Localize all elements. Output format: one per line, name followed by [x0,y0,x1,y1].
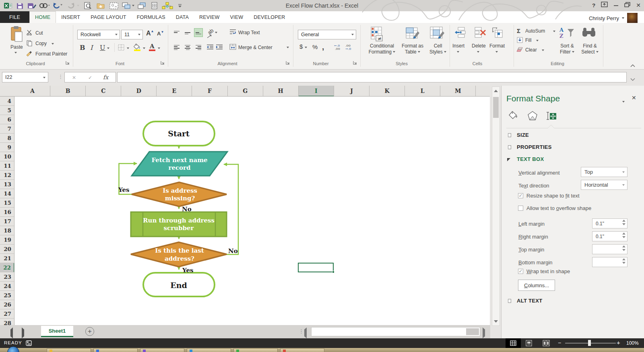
top-align-button[interactable] [172,28,181,37]
row-header-4[interactable]: 4 [0,97,14,106]
top-margin-spinbox[interactable] [592,244,627,254]
hscroll-left-arrow[interactable] [304,329,307,337]
column-header-E[interactable]: E [157,86,192,96]
page-break-view-button[interactable] [543,340,550,348]
row-header-12[interactable]: 12 [0,171,14,180]
row-header-13[interactable]: 13 [0,180,14,189]
left-margin-spinbox[interactable]: 0.1" [592,218,627,228]
sheet-nav-left-icon[interactable] [10,329,13,337]
row-header-5[interactable]: 5 [0,106,14,115]
textbox-expanded-icon[interactable] [507,158,510,161]
wrap-checkbox[interactable]: ✓ [518,269,523,274]
scroll-up-arrow[interactable] [492,87,500,95]
row-header-11[interactable]: 11 [0,161,14,171]
font-dialog-launcher[interactable] [161,61,165,66]
tab-insert[interactable]: INSERT [56,11,85,23]
new-sheet-button[interactable]: + [85,327,94,336]
column-header-D[interactable]: D [121,86,157,96]
taskbar-app-button-2[interactable] [93,348,138,352]
effects-tab-icon[interactable] [527,111,538,123]
enter-button[interactable]: ✓ [88,75,92,80]
row-header-15[interactable]: 15 [0,198,14,208]
minimize-button[interactable] [613,2,619,9]
underline-caret[interactable] [107,47,109,49]
vertical-scrollbar[interactable] [492,86,500,326]
section-size[interactable]: SIZE [517,132,529,138]
tab-review[interactable]: REVIEW [194,11,225,23]
normal-view-button[interactable] [506,338,521,348]
selected-cell[interactable] [298,263,334,272]
row-header-10[interactable]: 10 [0,152,14,161]
italic-button[interactable]: I [90,44,93,51]
row-header-21[interactable]: 21 [0,254,14,263]
align-center-button[interactable] [183,43,192,52]
tab-data[interactable]: DATA [171,11,194,23]
vertical-alignment-dropdown[interactable]: Top [581,167,627,177]
tab-view[interactable]: VIEW [225,11,249,23]
close-button[interactable]: ✕ [636,2,641,8]
increase-indent-button[interactable] [216,44,223,51]
sheet-nav-right-icon[interactable] [22,329,24,337]
collapse-ribbon-button[interactable] [630,62,635,69]
section-properties[interactable]: PROPERTIES [517,144,552,150]
percent-style-button[interactable]: % [312,43,318,50]
taskbar-app-button-6[interactable] [280,348,324,352]
row-header-8[interactable]: 8 [0,134,14,143]
row-header-23[interactable]: 23 [0,272,14,282]
tab-home[interactable]: HOME [29,11,56,23]
row-header-26[interactable]: 26 [0,300,14,309]
bold-button[interactable]: B [80,44,85,51]
row-header-9[interactable]: 9 [0,143,14,152]
font-name-combobox[interactable]: Rockwell [77,30,120,39]
taskbar-app-button-3[interactable] [140,348,184,352]
zoom-slider-thumb[interactable] [588,340,591,346]
hscroll-right-arrow[interactable] [483,329,485,337]
grid-body[interactable]: Start Fetch next name record Is address … [15,97,490,325]
column-header-K[interactable]: K [369,86,405,96]
taskbar-app-button-4[interactable] [187,348,231,352]
column-header-J[interactable]: J [334,86,369,96]
column-header-L[interactable]: L [405,86,440,96]
column-header-F[interactable]: F [192,86,228,96]
account-area[interactable]: Christy Perry [589,13,638,23]
row-header-27[interactable]: 27 [0,309,14,319]
column-header-B[interactable]: B [50,86,86,96]
number-format-combobox[interactable]: General [298,30,356,39]
middle-align-button[interactable] [183,28,192,37]
tab-file[interactable]: FILE [0,11,29,23]
tabbar-splitter[interactable]: ⋮ [299,328,304,334]
section-text-box[interactable]: TEXT BOX [517,156,544,162]
zoom-in-button[interactable]: + [617,339,620,346]
column-header-M[interactable]: M [440,86,476,96]
size-properties-tab-icon[interactable] [546,111,557,123]
row-header-28[interactable]: 28 [0,319,14,325]
tab-developer[interactable]: DEVELOPER [248,11,290,23]
flowchart-missing-node[interactable] [132,182,227,206]
align-left-button[interactable] [172,43,181,52]
increase-font-size-button[interactable]: A▲ [146,29,154,37]
alignment-dialog-launcher[interactable] [286,61,291,66]
number-dialog-launcher[interactable] [353,61,358,66]
row-header-6[interactable]: 6 [0,115,14,124]
row-header-25[interactable]: 25 [0,291,14,300]
decrease-decimal-button[interactable]: .00→.0 [345,43,354,51]
bottom-align-button[interactable] [194,28,203,37]
properties-chevron-icon[interactable] [508,146,511,149]
resize-checkbox[interactable]: ✓ [518,193,523,198]
size-chevron-icon[interactable] [508,134,511,137]
row-header-16[interactable]: 16 [0,208,14,217]
bottom-margin-spinbox[interactable] [592,257,627,267]
decrease-font-size-button[interactable]: A▼ [157,30,164,37]
column-header-G[interactable]: G [228,86,263,96]
overflow-checkbox[interactable] [518,206,523,211]
column-header-A[interactable]: A [15,86,50,96]
restore-button[interactable] [624,2,630,9]
section-alt-text[interactable]: ALT TEXT [517,298,543,304]
row-header-18[interactable]: 18 [0,226,14,235]
horizontal-scrollbar[interactable] [311,327,480,336]
flowchart-fetch-node[interactable] [132,152,227,176]
columns-button[interactable]: Columns... [518,280,555,291]
help-button[interactable]: ? [592,2,595,8]
zoom-level[interactable]: 100% [626,340,639,346]
zoom-out-button[interactable]: − [558,340,561,346]
